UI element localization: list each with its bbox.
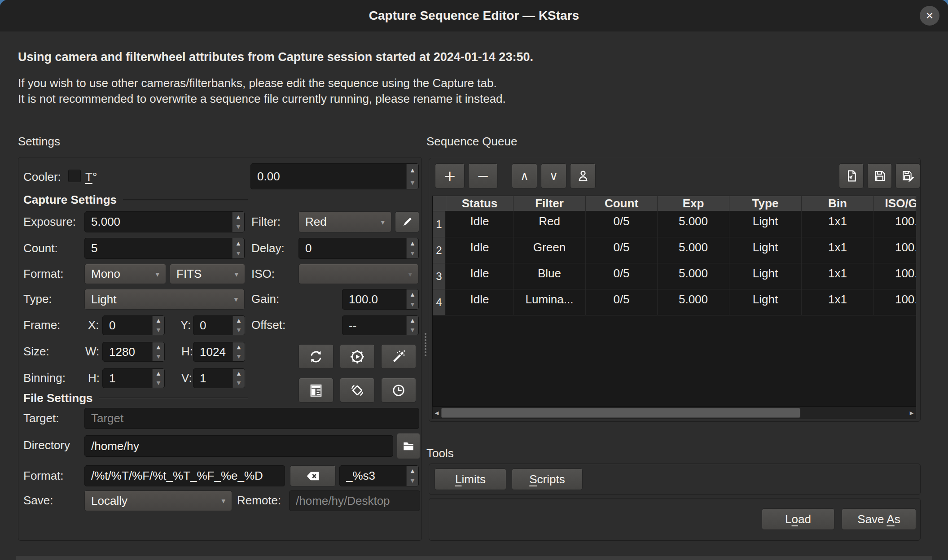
frame-x-spinbox[interactable]: ▲▼: [102, 315, 165, 335]
queue-save-as-button[interactable]: [895, 163, 920, 188]
limits-button[interactable]: Limits: [434, 468, 506, 490]
cell-iso-gain[interactable]: 100.0: [874, 289, 916, 315]
save-as-button[interactable]: Save As: [842, 508, 916, 530]
capture-process-button[interactable]: [340, 344, 375, 369]
filename-format-input[interactable]: [85, 469, 285, 483]
size-h-spinbox[interactable]: ▲▼: [193, 342, 245, 362]
cell-type[interactable]: Light: [729, 289, 802, 315]
format-suffix-spinbox[interactable]: ▲▼: [339, 465, 419, 486]
spin-up-icon[interactable]: ▲: [407, 238, 418, 249]
spin-up-icon[interactable]: ▲: [153, 316, 164, 325]
directory-field[interactable]: [84, 435, 393, 457]
cell-count[interactable]: 0/5: [586, 211, 658, 237]
cell-count[interactable]: 0/5: [586, 263, 658, 289]
table-row[interactable]: 2 Idle Green 0/5 5.000 Light 1x1 100.0: [433, 237, 916, 263]
count-spinbox[interactable]: ▲▼: [84, 238, 245, 259]
filename-format-field[interactable]: [84, 465, 285, 486]
timer-button[interactable]: [381, 378, 416, 402]
spin-up-icon[interactable]: ▲: [407, 289, 418, 299]
delay-input[interactable]: [299, 238, 406, 258]
observer-button[interactable]: [570, 163, 596, 188]
spin-up-icon[interactable]: ▲: [233, 369, 245, 378]
scroll-right-icon[interactable]: ▶: [908, 407, 916, 419]
spin-down-icon[interactable]: ▼: [407, 176, 418, 189]
spin-down-icon[interactable]: ▼: [407, 325, 418, 335]
offset-input[interactable]: [342, 316, 406, 335]
table-row[interactable]: 1 Idle Red 0/5 5.000 Light 1x1 100.0: [433, 211, 916, 237]
panel-splitter-handle[interactable]: [424, 333, 427, 356]
cell-count[interactable]: 0/5: [586, 237, 658, 263]
spin-buttons[interactable]: ▲▼: [232, 212, 244, 232]
spin-buttons[interactable]: ▲▼: [152, 369, 164, 388]
cell-status[interactable]: Idle: [446, 237, 514, 263]
size-w-spinbox[interactable]: ▲▼: [102, 342, 165, 362]
delay-spinbox[interactable]: ▲▼: [298, 238, 419, 259]
frame-y-input[interactable]: [193, 316, 233, 335]
spin-down-icon[interactable]: ▼: [153, 352, 164, 361]
queue-load-button[interactable]: [839, 163, 864, 188]
table-horizontal-scrollbar[interactable]: ◀ ▶: [432, 407, 916, 419]
exposure-input[interactable]: [85, 212, 232, 232]
queue-save-button[interactable]: [867, 163, 892, 188]
filter-combobox[interactable]: Red ▾: [298, 211, 391, 232]
column-header-count[interactable]: Count: [586, 196, 658, 211]
temperature-input[interactable]: [251, 164, 406, 189]
rotator-button[interactable]: [340, 378, 375, 402]
cell-bin[interactable]: 1x1: [802, 237, 874, 263]
target-input[interactable]: [85, 411, 419, 425]
gain-spinbox[interactable]: ▲▼: [342, 289, 419, 310]
spin-down-icon[interactable]: ▼: [407, 249, 418, 259]
row-number[interactable]: 1: [433, 211, 446, 237]
column-header-bin[interactable]: Bin: [802, 196, 874, 211]
auto-options-button[interactable]: [381, 344, 416, 369]
spin-up-icon[interactable]: ▲: [407, 164, 418, 176]
cell-type[interactable]: Light: [729, 237, 802, 263]
file-settings-button[interactable]: [298, 378, 334, 402]
cell-exp[interactable]: 5.000: [658, 237, 729, 263]
clear-format-button[interactable]: [290, 465, 336, 486]
offset-spinbox[interactable]: ▲▼: [342, 315, 419, 335]
binning-h-input[interactable]: [103, 369, 152, 388]
spin-buttons[interactable]: ▲▼: [406, 164, 418, 189]
cell-bin[interactable]: 1x1: [802, 289, 874, 315]
frame-x-input[interactable]: [103, 316, 152, 335]
row-number[interactable]: 4: [433, 289, 446, 315]
frame-y-spinbox[interactable]: ▲▼: [193, 315, 245, 335]
spin-buttons[interactable]: ▲▼: [152, 316, 164, 335]
spin-up-icon[interactable]: ▲: [153, 369, 164, 378]
cell-type[interactable]: Light: [729, 263, 802, 289]
save-mode-combobox[interactable]: Locally ▾: [84, 490, 232, 511]
cell-bin[interactable]: 1x1: [802, 211, 874, 237]
target-field[interactable]: [84, 408, 419, 429]
reset-frame-button[interactable]: [298, 344, 334, 369]
cell-type[interactable]: Light: [729, 211, 802, 237]
cell-count[interactable]: 0/5: [586, 289, 658, 315]
row-number[interactable]: 3: [433, 263, 446, 289]
spin-up-icon[interactable]: ▲: [407, 466, 418, 476]
binning-v-input[interactable]: [193, 369, 233, 388]
column-header-filter[interactable]: Filter: [514, 196, 586, 211]
cell-exp[interactable]: 5.000: [658, 263, 729, 289]
spin-up-icon[interactable]: ▲: [233, 212, 244, 222]
size-h-input[interactable]: [193, 342, 233, 361]
spin-buttons[interactable]: ▲▼: [406, 316, 418, 335]
sequence-queue-table[interactable]: Status Filter Count Exp Type Bin ISO/Gai…: [432, 196, 916, 407]
spin-up-icon[interactable]: ▲: [233, 342, 245, 352]
scroll-left-icon[interactable]: ◀: [433, 407, 441, 419]
binning-v-spinbox[interactable]: ▲▼: [193, 368, 245, 388]
spin-down-icon[interactable]: ▼: [233, 325, 245, 335]
load-button[interactable]: Load: [762, 508, 834, 530]
cell-iso-gain[interactable]: 100.0: [874, 211, 916, 237]
cell-iso-gain[interactable]: 100.0: [874, 263, 916, 289]
close-button[interactable]: ×: [920, 6, 939, 26]
spin-buttons[interactable]: ▲▼: [233, 342, 245, 361]
cell-status[interactable]: Idle: [446, 289, 514, 315]
scrollbar-thumb[interactable]: [441, 408, 800, 418]
spin-down-icon[interactable]: ▼: [233, 222, 244, 232]
column-header-type[interactable]: Type: [729, 196, 802, 211]
spin-down-icon[interactable]: ▼: [153, 325, 164, 335]
cell-filter[interactable]: Red: [514, 211, 586, 237]
file-format-combobox[interactable]: FITS ▾: [170, 264, 245, 284]
cell-status[interactable]: Idle: [446, 263, 514, 289]
spin-down-icon[interactable]: ▼: [233, 378, 245, 388]
